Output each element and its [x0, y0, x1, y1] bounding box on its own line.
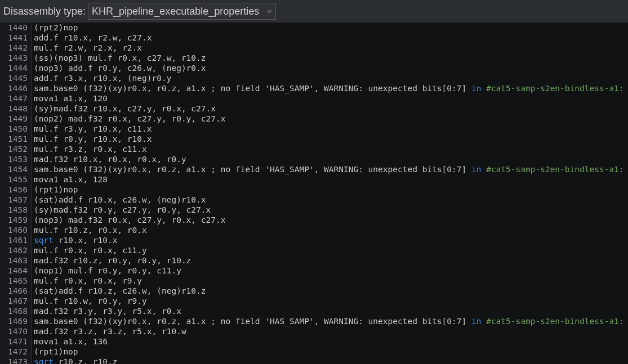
code-line: mul.f r0.y, r10.x, r10.x	[34, 134, 628, 144]
line-number: 1461	[3, 235, 28, 245]
code-area: 1440144114421443144414451446144714481449…	[0, 23, 628, 364]
line-number: 1472	[3, 347, 28, 357]
line-number: 1448	[3, 104, 28, 114]
line-number: 1445	[3, 73, 28, 83]
code-text: r10.x, r10.x	[54, 236, 118, 245]
code-line: mul.f r3.z, r0.x, c11.x	[34, 144, 628, 154]
line-number: 1471	[3, 336, 28, 347]
code-body[interactable]: (rpt2)nopadd.f r10.x, r2.w, c27.xmul.f r…	[32, 23, 628, 364]
line-number: 1462	[3, 245, 28, 255]
code-line: mul.f r2.w, r2.x, r2.x	[34, 43, 628, 53]
code-line: mova1 a1.x, 128	[34, 174, 628, 185]
line-number: 1446	[3, 83, 28, 93]
line-number: 1447	[3, 93, 28, 104]
code-line: sqrt r10.x, r10.x	[34, 235, 628, 245]
code-line: mul.f r10.w, r0.y, r9.y	[34, 296, 628, 306]
line-number: 1457	[3, 195, 28, 205]
line-number: 1440	[3, 23, 28, 33]
line-number: 1450	[3, 124, 28, 134]
code-text: sam.base0 (f32)(xy)r0.x, r0.z, a1.x ; no…	[34, 84, 471, 93]
code-line: (sat)add.f r10.x, c26.w, (neg)r10.x	[34, 195, 628, 205]
code-line: mul.f r0.x, r0.x, c11.y	[34, 245, 628, 255]
line-number: 1453	[3, 154, 28, 164]
keyword: in	[471, 165, 481, 174]
line-number: 1465	[3, 276, 28, 286]
code-line: (rpt1)nop	[34, 185, 628, 195]
code-line: mul.f r0.x, r0.x, r9.y	[34, 276, 628, 286]
code-line: (sat)add.f r10.z, c26.w, (neg)r10.z	[34, 286, 628, 296]
comment: #cat5-samp-s2en-bindless-a1: 0x6 vs 0x0	[481, 317, 628, 326]
code-line: mad.f32 r3.y, r3.y, r5.x, r0.x	[34, 306, 628, 316]
code-line: add.f r3.x, r10.x, (neg)r0.y	[34, 73, 628, 83]
line-number: 1459	[3, 215, 28, 225]
line-number: 1454	[3, 164, 28, 174]
line-number: 1458	[3, 205, 28, 215]
line-number: 1470	[3, 326, 28, 336]
code-line: (sy)mad.f32 r10.x, c27.y, r0.x, c27.x	[34, 104, 628, 114]
code-line: sam.base0 (f32)(xy)r0.x, r0.z, a1.x ; no…	[34, 83, 628, 93]
line-number: 1467	[3, 296, 28, 306]
line-number: 1456	[3, 185, 28, 195]
keyword: in	[471, 84, 481, 93]
code-line: (nop3) mad.f32 r0.x, c27.y, r0.x, c27.x	[34, 215, 628, 225]
line-number: 1444	[3, 63, 28, 73]
line-number: 1442	[3, 43, 28, 53]
keyword: sqrt	[34, 357, 54, 364]
line-gutter: 1440144114421443144414451446144714481449…	[0, 23, 32, 364]
code-line: mad.f32 r10.x, r0.x, r0.x, r0.y	[34, 154, 628, 164]
code-line: sam.base0 (f32)(xy)r0.x, r0.z, a1.x ; no…	[34, 164, 628, 174]
line-number: 1468	[3, 306, 28, 316]
line-number: 1449	[3, 114, 28, 124]
line-number: 1460	[3, 225, 28, 235]
code-line: sqrt r10.z, r10.z	[34, 357, 628, 364]
code-text: r10.z, r10.z	[54, 357, 118, 364]
toolbar: Disassembly type: KHR_pipeline_executabl…	[0, 0, 628, 23]
disassembly-type-select[interactable]: KHR_pipeline_executable_properties	[88, 3, 276, 20]
line-number: 1469	[3, 316, 28, 326]
line-number: 1441	[3, 33, 28, 43]
code-line: (rpt1)nop	[34, 347, 628, 357]
code-line: (nop2) mad.f32 r0.x, c27.y, r0.y, c27.x	[34, 114, 628, 124]
code-line: mul.f r10.z, r0.x, r0.x	[34, 225, 628, 235]
line-number: 1451	[3, 134, 28, 144]
code-text: sam.base0 (f32)(xy)r0.x, r0.z, a1.x ; no…	[34, 165, 471, 174]
code-line: (nop3) add.f r0.y, c26.w, (neg)r0.x	[34, 63, 628, 73]
line-number: 1455	[3, 174, 28, 185]
code-text: sam.base0 (f32)(xy)r0.x, r0.z, a1.x ; no…	[34, 317, 471, 326]
disassembly-type-select-wrap: KHR_pipeline_executable_properties	[88, 3, 276, 20]
code-line: mova1 a1.x, 136	[34, 336, 628, 347]
line-number: 1466	[3, 286, 28, 296]
code-line: sam.base0 (f32)(xy)r0.x, r0.z, a1.x ; no…	[34, 316, 628, 326]
code-line: mad.f32 r10.z, r0.y, r0.y, r10.z	[34, 255, 628, 266]
code-line: mova1 a1.x, 120	[34, 93, 628, 104]
line-number: 1443	[3, 53, 28, 63]
disassembly-type-label: Disassembly type:	[3, 6, 86, 17]
line-number: 1473	[3, 357, 28, 364]
code-line: add.f r10.x, r2.w, c27.x	[34, 33, 628, 43]
line-number: 1464	[3, 266, 28, 276]
keyword: in	[471, 317, 481, 326]
line-number: 1463	[3, 255, 28, 266]
code-line: (nop1) mul.f r0.y, r0.y, c11.y	[34, 266, 628, 276]
code-line: (ss)(nop3) mul.f r0.x, c27.w, r10.z	[34, 53, 628, 63]
keyword: sqrt	[34, 236, 54, 245]
line-number: 1452	[3, 144, 28, 154]
comment: #cat5-samp-s2en-bindless-a1: 0x6 vs 0x0	[481, 165, 628, 174]
code-line: (rpt2)nop	[34, 23, 628, 33]
code-line: (sy)mad.f32 r0.y, c27.y, r0.y, c27.x	[34, 205, 628, 215]
code-line: mad.f32 r3.z, r3.z, r5.x, r10.w	[34, 326, 628, 336]
code-line: mul.f r3.y, r10.x, c11.x	[34, 124, 628, 134]
comment: #cat5-samp-s2en-bindless-a1: 0x6 vs 0x0	[481, 84, 628, 93]
